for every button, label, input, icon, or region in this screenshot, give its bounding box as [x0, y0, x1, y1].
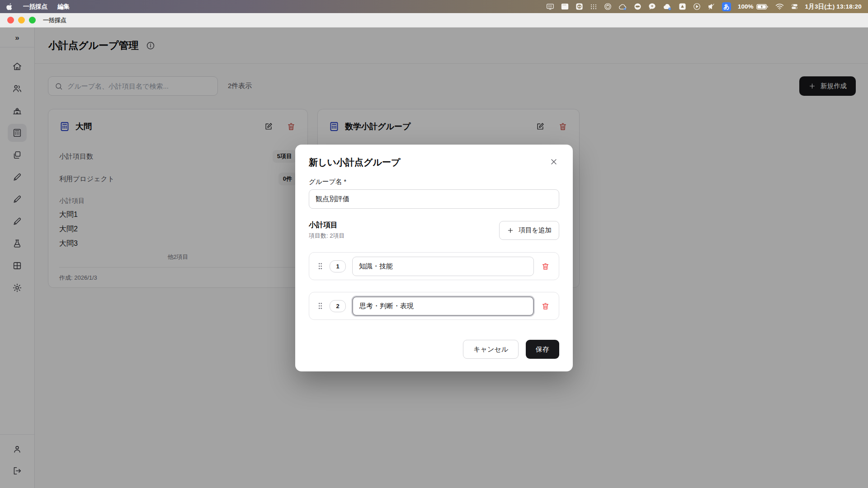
menubar-clock[interactable]: 1月3日(土) 13:18:20 [805, 3, 862, 11]
trash-icon [541, 262, 550, 271]
menubar-menu-edit[interactable]: 編集 [57, 3, 70, 11]
close-icon [549, 157, 558, 166]
add-item-label: 項目を追加 [519, 226, 552, 235]
group-name-input[interactable] [309, 189, 559, 209]
window-title: 一括採点 [43, 16, 66, 24]
power-ring-icon[interactable] [604, 3, 612, 10]
item-name-input-2[interactable] [352, 296, 534, 316]
window-icon[interactable] [561, 3, 569, 10]
cloud-sync-icon[interactable] [663, 3, 672, 10]
input-method-badge[interactable]: あ [722, 2, 731, 11]
save-button[interactable]: 保存 [526, 340, 559, 359]
group-name-label: グループ名 * [309, 178, 559, 186]
traffic-lights [7, 17, 36, 23]
modal-footer: キャンセル 保存 [309, 340, 559, 359]
add-item-button[interactable]: 項目を追加 [499, 221, 559, 240]
menubar-app-name[interactable]: 一括採点 [23, 3, 47, 11]
modal-title: 新しい小計点グループ [309, 156, 548, 169]
modal-header: 新しい小計点グループ [309, 156, 559, 169]
drive-icon[interactable] [679, 3, 686, 10]
line-icon[interactable] [634, 3, 642, 10]
zoom-window-button[interactable] [29, 17, 36, 23]
window-titlebar: 一括採点 [0, 13, 868, 28]
battery-percentage: 100% [738, 3, 754, 10]
macos-menu-bar: 一括採点 編集 [0, 0, 868, 13]
volume-muted-icon[interactable] [708, 3, 715, 10]
minimize-window-button[interactable] [18, 17, 25, 23]
display-icon[interactable] [546, 3, 554, 10]
items-count: 項目数: 2項目 [309, 232, 499, 240]
modal-close-button[interactable] [548, 156, 559, 167]
delete-item-button[interactable] [540, 301, 551, 311]
drag-handle-icon[interactable] [317, 302, 323, 310]
control-center-icon[interactable] [791, 3, 798, 10]
subtotal-item-row-2: 2 [309, 292, 559, 320]
app-window: 一括採点 » [0, 13, 868, 488]
wifi-icon[interactable] [775, 3, 784, 10]
apple-logo-icon[interactable] [6, 3, 13, 10]
items-section-titles: 小計項目 項目数: 2項目 [309, 221, 499, 240]
cancel-button[interactable]: キャンセル [463, 340, 519, 359]
battery-charging-icon [756, 4, 769, 10]
new-group-modal: 新しい小計点グループ グループ名 * 小計項目 項目数: 2項目 項目を追加 [295, 145, 573, 371]
creative-cloud-icon[interactable] [618, 3, 627, 10]
delete-item-button[interactable] [540, 261, 551, 272]
subtotal-item-row-1: 1 [309, 252, 559, 280]
plus-icon [507, 227, 514, 234]
item-number-badge: 1 [330, 260, 346, 272]
remote-control-icon[interactable] [576, 3, 583, 10]
trash-icon [541, 302, 550, 310]
app-content: » [0, 28, 868, 488]
item-number-badge: 2 [330, 300, 346, 312]
battery-status[interactable]: 100% [738, 3, 769, 10]
grid-icon[interactable] [590, 4, 597, 10]
item-name-input-1[interactable] [352, 257, 534, 276]
close-window-button[interactable] [7, 17, 14, 23]
chat-icon[interactable] [648, 3, 656, 10]
drag-handle-icon[interactable] [317, 262, 323, 270]
items-section-title: 小計項目 [309, 221, 499, 230]
items-section-header: 小計項目 項目数: 2項目 項目を追加 [309, 221, 559, 240]
play-circle-icon[interactable] [693, 3, 701, 10]
